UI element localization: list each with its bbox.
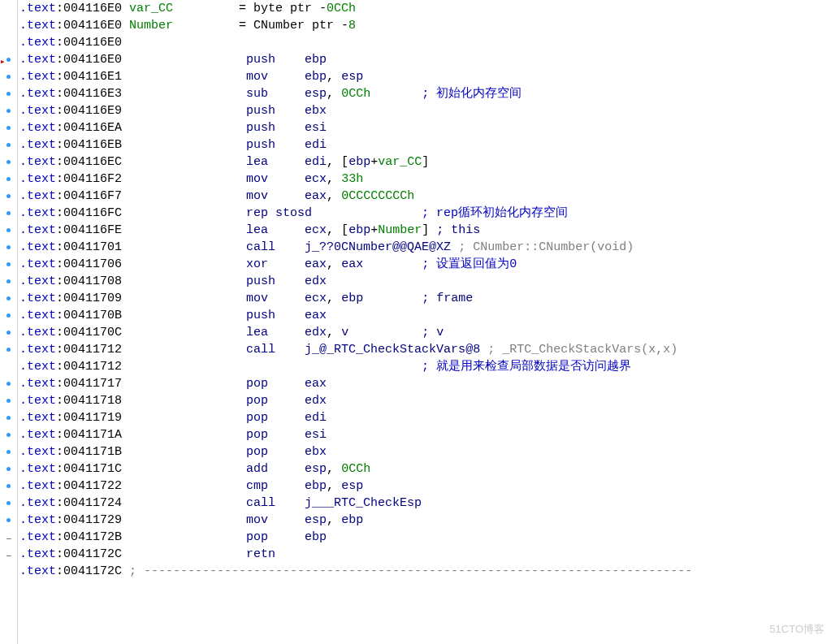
asm-line[interactable]: .text:004116EA push esi — [19, 119, 692, 136]
breakpoint-dot[interactable] — [6, 160, 11, 164]
breakpoint-dot[interactable] — [6, 450, 11, 454]
asm-token: cmp — [246, 479, 268, 493]
asm-line[interactable]: .text:00411718 pop edx — [19, 392, 692, 409]
asm-token — [268, 189, 305, 203]
asm-token: ecx — [305, 223, 327, 237]
asm-token: :004116E0 — [56, 53, 246, 67]
asm-line[interactable]: .text:00411706 xor eax, eax ; 设置返回值为0 — [19, 256, 692, 273]
breakpoint-dot[interactable] — [6, 331, 11, 335]
asm-token: .text — [19, 172, 56, 186]
asm-line[interactable]: .text:0041172C retn — [19, 546, 692, 563]
breakpoint-dot[interactable] — [6, 279, 11, 283]
asm-token: .text — [19, 257, 56, 271]
breakpoint-dot[interactable] — [6, 518, 11, 522]
asm-line[interactable]: .text:004116E0 — [19, 34, 692, 51]
asm-line[interactable]: .text:004116E9 push ebx — [19, 102, 692, 119]
asm-token: .text — [19, 547, 56, 561]
disassembly-listing[interactable]: .text:004116E0 var_CC = byte ptr -0CCh.t… — [19, 0, 692, 580]
asm-line[interactable]: .text:004116EC lea edi, [ebp+var_CC] — [19, 153, 692, 171]
asm-line[interactable]: .text:004116E0 var_CC = byte ptr -0CCh — [19, 0, 692, 17]
asm-token: ; 初始化内存空间 — [422, 87, 522, 101]
breakpoint-dot[interactable] — [6, 382, 11, 386]
asm-token: .text — [19, 530, 56, 544]
breakpoint-dot[interactable] — [6, 126, 11, 130]
asm-token: ] — [422, 223, 436, 237]
asm-line[interactable]: .text:0041172C ; -----------------------… — [19, 563, 692, 580]
asm-token: :00411712 — [56, 360, 422, 374]
asm-token: :004116E3 — [56, 87, 246, 101]
asm-token: call — [246, 343, 275, 357]
asm-line[interactable]: .text:00411729 mov esp, ebp — [19, 512, 692, 529]
asm-token: 33h — [341, 172, 363, 186]
asm-token: .text — [19, 496, 56, 510]
breakpoint-dot[interactable] — [6, 416, 11, 420]
asm-line[interactable]: .text:00411712 ; 就是用来检查局部数据是否访问越界 — [19, 358, 692, 375]
asm-token: eax — [305, 189, 327, 203]
asm-line[interactable]: .text:00411701 call j_??0CNumber@@QAE@XZ… — [19, 239, 692, 256]
asm-token: mov — [246, 70, 268, 84]
asm-line[interactable]: .text:0041170C lea edx, v ; v — [19, 324, 692, 341]
asm-line[interactable]: .text:00411722 cmp ebp, esp — [19, 478, 692, 495]
asm-token — [275, 240, 305, 254]
asm-token: rep stosd — [246, 206, 312, 220]
asm-line[interactable]: .text:004116E3 sub esp, 0CCh ; 初始化内存空间 — [19, 85, 692, 102]
asm-token: Number — [129, 19, 173, 32]
breakpoint-dot[interactable] — [6, 211, 11, 215]
asm-token — [268, 530, 305, 544]
asm-line[interactable]: .text:004116FC rep stosd ; rep循环初始化内存空间 — [19, 205, 692, 222]
breakpoint-dot[interactable] — [6, 313, 11, 318]
asm-line[interactable]: .text:00411708 push edx — [19, 273, 692, 290]
asm-token: lea — [246, 326, 268, 339]
asm-token: :0041171A — [56, 428, 246, 442]
breakpoint-dot[interactable] — [6, 228, 11, 232]
asm-line[interactable]: .text:00411719 pop edi — [19, 409, 692, 426]
breakpoint-dot[interactable] — [6, 433, 11, 437]
breakpoint-dot[interactable] — [6, 177, 11, 181]
asm-line[interactable]: .text:00411717 pop eax — [19, 375, 692, 392]
asm-token: 0CCh — [341, 87, 370, 101]
asm-token — [268, 292, 305, 305]
breakpoint-dot[interactable] — [6, 348, 11, 352]
asm-token: esp — [305, 513, 327, 527]
asm-token: ebx — [305, 104, 327, 118]
asm-token: call — [246, 496, 275, 510]
breakpoint-dot[interactable] — [6, 194, 11, 198]
asm-line[interactable]: .text:004116E0 push ebp — [19, 51, 692, 68]
asm-line[interactable]: .text:0041170B push eax — [19, 307, 692, 324]
asm-line[interactable]: .text:00411709 mov ecx, ebp ; frame — [19, 290, 692, 307]
breakpoint-dot[interactable] — [6, 501, 11, 505]
breakpoint-dot[interactable] — [6, 467, 11, 471]
gutter-dash-icon: – — [6, 547, 12, 564]
asm-token: ; v — [422, 326, 444, 339]
asm-line[interactable]: .text:004116F2 mov ecx, 33h — [19, 171, 692, 188]
breakpoint-dot[interactable] — [6, 109, 11, 113]
breakpoint-dot[interactable] — [6, 262, 11, 266]
breakpoint-dot[interactable] — [6, 75, 11, 79]
asm-line[interactable]: .text:0041171A pop esi — [19, 426, 692, 443]
asm-token: esi — [305, 121, 327, 135]
breakpoint-dot[interactable] — [6, 92, 11, 96]
asm-line[interactable]: .text:0041171B pop ebx — [19, 443, 692, 460]
asm-line[interactable]: .text:004116FE lea ecx, [ebp+Number] ; t… — [19, 222, 692, 239]
asm-token: .text — [19, 394, 56, 408]
asm-token — [275, 138, 305, 152]
asm-line[interactable]: .text:00411724 call j___RTC_CheckEsp — [19, 495, 692, 512]
breakpoint-dot[interactable] — [6, 484, 11, 488]
asm-token: edi — [305, 155, 327, 169]
asm-line[interactable]: .text:0041171C add esp, 0CCh — [19, 460, 692, 478]
asm-line[interactable]: .text:0041172B pop ebp — [19, 529, 692, 546]
breakpoint-dot[interactable] — [6, 245, 11, 249]
breakpoint-dot[interactable] — [6, 58, 11, 62]
breakpoint-dot[interactable] — [6, 143, 11, 147]
asm-line[interactable]: .text:004116EB push edi — [19, 136, 692, 153]
breakpoint-dot[interactable] — [6, 296, 11, 300]
asm-token: esi — [305, 428, 327, 442]
asm-line[interactable]: .text:004116F7 mov eax, 0CCCCCCCCh — [19, 188, 692, 205]
asm-line[interactable]: .text:004116E0 Number = CNumber ptr -8 — [19, 17, 692, 34]
asm-token: :004116FE — [56, 223, 246, 237]
asm-token: .text — [19, 462, 56, 476]
asm-token: lea — [246, 223, 268, 237]
asm-line[interactable]: .text:00411712 call j_@_RTC_CheckStackVa… — [19, 341, 692, 358]
asm-line[interactable]: .text:004116E1 mov ebp, esp — [19, 68, 692, 85]
breakpoint-dot[interactable] — [6, 399, 11, 403]
